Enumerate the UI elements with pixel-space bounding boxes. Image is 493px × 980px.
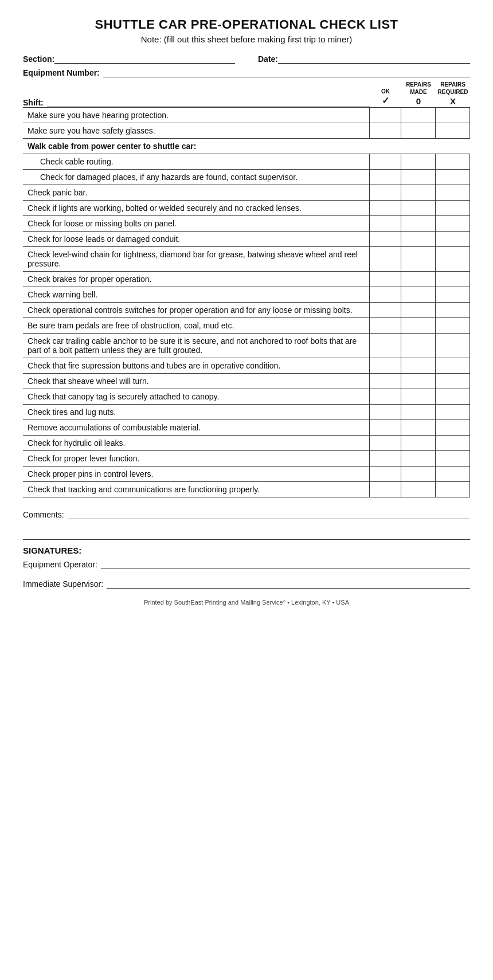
ok-cell-22[interactable] — [370, 450, 401, 466]
repairs-made-cell-6[interactable] — [401, 185, 436, 200]
section-field[interactable] — [54, 53, 235, 64]
ok-cell-10[interactable] — [370, 246, 401, 271]
ok-cell-1[interactable] — [370, 107, 401, 123]
ok-cell-7[interactable] — [370, 200, 401, 215]
repairs-required-cell-14[interactable] — [436, 317, 470, 333]
repairs-made-cell-8[interactable] — [401, 215, 436, 231]
checklist-item-2: Make sure you have safety glasses. — [23, 123, 370, 138]
checklist-row-21: Check for hydrulic oil leaks. — [23, 435, 470, 450]
repairs-required-cell-9[interactable] — [436, 231, 470, 246]
repairs-made-cell-20[interactable] — [401, 420, 436, 435]
repairs-made-cell-21[interactable] — [401, 435, 436, 450]
ok-cell-18[interactable] — [370, 389, 401, 404]
repairs-required-cell-7[interactable] — [436, 200, 470, 215]
equipment-field[interactable] — [103, 67, 470, 77]
shift-field[interactable] — [47, 97, 370, 107]
repairs-required-cell-20[interactable] — [436, 420, 470, 435]
repairs-made-cell-16[interactable] — [401, 358, 436, 373]
comments-extra-line[interactable] — [23, 528, 470, 540]
ok-cell-21[interactable] — [370, 435, 401, 450]
repairs-made-cell-15[interactable] — [401, 333, 436, 358]
checklist-item-13: Check operational controls switches for … — [23, 302, 370, 317]
repairs-required-cell-11[interactable] — [436, 271, 470, 287]
checklist-item-7: Check if lights are working, bolted or w… — [23, 200, 370, 215]
repairs-required-cell-16[interactable] — [436, 358, 470, 373]
checklist-row-5: Check for damaged places, if any hazards… — [23, 169, 470, 185]
comments-field[interactable] — [68, 508, 470, 519]
repairs-required-cell-2[interactable] — [436, 123, 470, 138]
repairs-required-cell-4[interactable] — [436, 154, 470, 169]
repairs-made-cell-18[interactable] — [401, 389, 436, 404]
repairs-required-cell-10[interactable] — [436, 246, 470, 271]
ok-cell-6[interactable] — [370, 185, 401, 200]
repairs-made-cell-13[interactable] — [401, 302, 436, 317]
shift-cols-row: Shift: OK ✓ REPAIRS MADE 0 REPAIRS REQUI… — [23, 81, 470, 107]
date-field[interactable] — [278, 53, 470, 64]
ok-cell-9[interactable] — [370, 231, 401, 246]
ok-cell-11[interactable] — [370, 271, 401, 287]
repairs-made-cell-24[interactable] — [401, 481, 436, 497]
repairs-made-cell-12[interactable] — [401, 287, 436, 302]
repairs-required-cell-18[interactable] — [436, 389, 470, 404]
ok-cell-15[interactable] — [370, 333, 401, 358]
repairs-made-cell-14[interactable] — [401, 317, 436, 333]
ok-cell-4[interactable] — [370, 154, 401, 169]
checklist-row-9: Check for loose leads or damaged conduit… — [23, 231, 470, 246]
section-label: Section: — [23, 54, 54, 64]
checklist-item-6: Check panic bar. — [23, 185, 370, 200]
checklist-row-15: Check car trailing cable anchor to be su… — [23, 333, 470, 358]
checklist-item-20: Remove accumulations of combustable mate… — [23, 420, 370, 435]
checklist-item-1: Make sure you have hearing protection. — [23, 107, 370, 123]
repairs-required-cell-23[interactable] — [436, 466, 470, 481]
repairs-required-cell-6[interactable] — [436, 185, 470, 200]
repairs-made-cell-9[interactable] — [401, 231, 436, 246]
checklist-item-8: Check for loose or missing bolts on pane… — [23, 215, 370, 231]
repairs-made-cell-10[interactable] — [401, 246, 436, 271]
repairs-made-cell-11[interactable] — [401, 271, 436, 287]
repairs-required-cell-17[interactable] — [436, 373, 470, 389]
repairs-required-cell-1[interactable] — [436, 107, 470, 123]
repairs-required-cell-19[interactable] — [436, 404, 470, 420]
ok-cell-14[interactable] — [370, 317, 401, 333]
operator-signature[interactable] — [101, 558, 470, 569]
ok-cell-23[interactable] — [370, 466, 401, 481]
repairs-made-cell-19[interactable] — [401, 404, 436, 420]
repairs-required-cell-13[interactable] — [436, 302, 470, 317]
ok-cell-24[interactable] — [370, 481, 401, 497]
checklist-table: Make sure you have hearing protection.Ma… — [23, 107, 470, 497]
checklist-row-16: Check that fire supression buttons and t… — [23, 358, 470, 373]
repairs-made-cell-22[interactable] — [401, 450, 436, 466]
ok-cell-2[interactable] — [370, 123, 401, 138]
repairs-made-cell-23[interactable] — [401, 466, 436, 481]
repairs-required-cell-15[interactable] — [436, 333, 470, 358]
ok-cell-19[interactable] — [370, 404, 401, 420]
checklist-row-24: Check that tracking and communications a… — [23, 481, 470, 497]
ok-cell-12[interactable] — [370, 287, 401, 302]
ok-cell-17[interactable] — [370, 373, 401, 389]
ok-cell-8[interactable] — [370, 215, 401, 231]
repairs-made-cell-5[interactable] — [401, 169, 436, 185]
repairs-required-cell-8[interactable] — [436, 215, 470, 231]
repairs-made-cell-7[interactable] — [401, 200, 436, 215]
signatures-heading: SIGNATURES: — [23, 546, 470, 555]
repairs-required-cell-21[interactable] — [436, 435, 470, 450]
supervisor-signature[interactable] — [107, 577, 470, 589]
ok-cell-20[interactable] — [370, 420, 401, 435]
ok-cell-13[interactable] — [370, 302, 401, 317]
repairs-required-cell-22[interactable] — [436, 450, 470, 466]
repairs-made-cell-1[interactable] — [401, 107, 436, 123]
checklist-item-14: Be sure tram pedals are free of obstruct… — [23, 317, 370, 333]
repairs-required-cell-12[interactable] — [436, 287, 470, 302]
checklist-item-9: Check for loose leads or damaged conduit… — [23, 231, 370, 246]
ok-cell-5[interactable] — [370, 169, 401, 185]
repairs-made-cell-17[interactable] — [401, 373, 436, 389]
repairs-made-cell-2[interactable] — [401, 123, 436, 138]
repairs-made-cell-4[interactable] — [401, 154, 436, 169]
checklist-row-12: Check warning bell. — [23, 287, 470, 302]
repairs-required-cell-5[interactable] — [436, 169, 470, 185]
operator-row: Equipment Operator: — [23, 558, 470, 569]
ok-cell-16[interactable] — [370, 358, 401, 373]
checklist-row-22: Check for proper lever function. — [23, 450, 470, 466]
repairs-required-cell-24[interactable] — [436, 481, 470, 497]
checklist-row-3: Walk cable from power center to shuttle … — [23, 138, 470, 154]
